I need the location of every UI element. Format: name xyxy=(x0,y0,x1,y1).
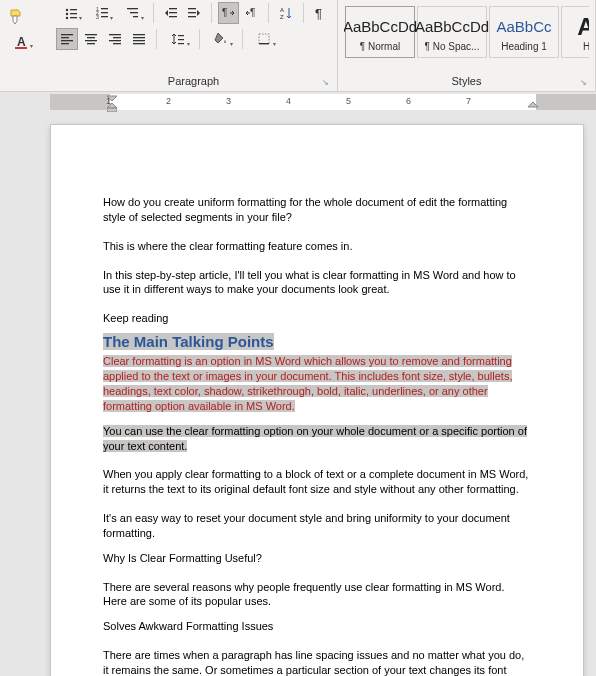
align-right-button[interactable] xyxy=(104,28,126,50)
style-name: Headi xyxy=(583,41,589,52)
numbering-button[interactable]: 123 xyxy=(87,2,116,24)
svg-rect-16 xyxy=(133,16,138,17)
svg-rect-28 xyxy=(61,34,73,35)
justify-button[interactable] xyxy=(128,28,150,50)
svg-rect-42 xyxy=(133,40,145,41)
svg-text:¶: ¶ xyxy=(222,7,227,18)
svg-point-4 xyxy=(65,13,67,15)
svg-rect-22 xyxy=(188,16,196,17)
svg-text:¶: ¶ xyxy=(250,7,255,18)
separator xyxy=(199,29,200,49)
svg-rect-41 xyxy=(133,37,145,38)
style-heading-1[interactable]: AaBbCc Heading 1 xyxy=(489,6,559,58)
separator xyxy=(242,29,243,49)
document-page[interactable]: How do you create uniform formatting for… xyxy=(50,124,584,676)
align-center-button[interactable] xyxy=(80,28,102,50)
paragraph[interactable]: How do you create uniform formatting for… xyxy=(103,195,531,225)
separator xyxy=(153,3,154,23)
svg-rect-37 xyxy=(113,37,121,38)
paragraph[interactable]: In this step-by-step article, I'll tell … xyxy=(103,268,531,298)
sort-button[interactable]: AZ xyxy=(275,2,296,24)
paragraph[interactable]: When you apply clear formatting to a blo… xyxy=(103,467,531,497)
paragraph-group-label[interactable]: Paragraph xyxy=(56,73,331,91)
paragraph[interactable]: Keep reading xyxy=(103,311,531,326)
indent-marker-icon[interactable] xyxy=(107,92,117,112)
horizontal-ruler[interactable]: 1 2 3 4 5 6 7 xyxy=(0,92,596,114)
style-preview: AaBbCcDd xyxy=(344,13,417,41)
align-left-button[interactable] xyxy=(56,28,78,50)
selected-text[interactable]: Clear formatting is an option in MS Word… xyxy=(103,355,512,412)
svg-rect-13 xyxy=(101,16,108,17)
svg-rect-11 xyxy=(101,12,108,13)
selected-text[interactable]: You can use the clear formatting option … xyxy=(103,425,527,452)
svg-rect-34 xyxy=(85,40,97,41)
borders-button[interactable] xyxy=(249,28,279,50)
style-name: ¶ No Spac... xyxy=(425,41,480,52)
svg-rect-29 xyxy=(61,37,69,38)
svg-rect-32 xyxy=(85,34,97,35)
ltr-direction-button[interactable]: ¶ xyxy=(218,2,239,24)
right-indent-marker-icon[interactable] xyxy=(528,102,538,112)
ruler-tick: 5 xyxy=(346,96,351,106)
style-preview: AaI xyxy=(577,13,589,41)
font-color-button[interactable]: A xyxy=(6,32,36,52)
svg-rect-30 xyxy=(61,40,73,41)
decrease-indent-button[interactable] xyxy=(160,2,181,24)
paragraph: You can use the clear formatting option … xyxy=(103,424,531,454)
svg-rect-49 xyxy=(107,108,117,112)
svg-rect-18 xyxy=(169,12,177,13)
ribbon-font-edge: A xyxy=(0,0,50,91)
paragraph[interactable]: It's an easy way to reset your document … xyxy=(103,511,531,541)
selected-text[interactable]: The Main Talking Points xyxy=(103,333,274,350)
paragraph-group: 123 ¶ ¶ xyxy=(50,0,338,91)
bullets-button[interactable] xyxy=(56,2,85,24)
paragraph[interactable]: This is where the clear formatting featu… xyxy=(103,239,531,254)
svg-rect-3 xyxy=(70,9,77,10)
svg-text:A: A xyxy=(280,7,284,13)
separator xyxy=(268,3,269,23)
paragraph: Clear formatting is an option in MS Word… xyxy=(103,354,531,413)
svg-text:¶: ¶ xyxy=(315,6,322,20)
svg-rect-38 xyxy=(109,40,121,41)
show-paragraph-marks-button[interactable]: ¶ xyxy=(310,2,331,24)
ruler-tick: 4 xyxy=(286,96,291,106)
svg-point-2 xyxy=(65,9,67,11)
ruler-tick: 7 xyxy=(466,96,471,106)
svg-rect-21 xyxy=(188,12,196,13)
sub-heading[interactable]: Solves Awkward Formatting Issues xyxy=(103,619,531,634)
style-no-spacing[interactable]: AaBbCcDd ¶ No Spac... xyxy=(417,6,487,58)
svg-rect-46 xyxy=(178,43,184,44)
ruler-tick: 3 xyxy=(226,96,231,106)
paragraph[interactable]: There are times when a paragraph has lin… xyxy=(103,648,531,676)
ruler-tick: 6 xyxy=(406,96,411,106)
sub-heading[interactable]: Why Is Clear Formatting Useful? xyxy=(103,551,531,566)
svg-rect-35 xyxy=(87,43,95,44)
multilevel-list-button[interactable] xyxy=(118,2,147,24)
svg-rect-14 xyxy=(127,8,138,9)
svg-rect-17 xyxy=(169,8,177,9)
svg-rect-39 xyxy=(113,43,121,44)
style-name: ¶ Normal xyxy=(360,41,400,52)
svg-rect-33 xyxy=(87,37,95,38)
svg-rect-15 xyxy=(130,12,138,13)
svg-rect-43 xyxy=(133,43,145,44)
style-heading-2[interactable]: AaI Headi xyxy=(561,6,589,58)
increase-indent-button[interactable] xyxy=(183,2,204,24)
svg-rect-47 xyxy=(259,34,269,44)
styles-group-label[interactable]: Styles xyxy=(344,73,589,91)
shading-button[interactable] xyxy=(206,28,236,50)
paragraph[interactable]: There are several reasons why people fre… xyxy=(103,580,531,610)
heading: The Main Talking Points xyxy=(103,332,531,352)
styles-gallery[interactable]: AaBbCcDd ¶ Normal AaBbCcDd ¶ No Spac... … xyxy=(344,2,589,60)
ruler-tick: 2 xyxy=(166,96,171,106)
style-preview: AaBbCc xyxy=(496,13,551,41)
svg-rect-9 xyxy=(101,8,108,9)
rtl-direction-button[interactable]: ¶ xyxy=(241,2,262,24)
svg-rect-20 xyxy=(188,8,196,9)
line-spacing-button[interactable] xyxy=(163,28,193,50)
separator xyxy=(303,3,304,23)
ribbon: A 123 xyxy=(0,0,596,92)
format-painter-button[interactable] xyxy=(6,6,26,26)
style-normal[interactable]: AaBbCcDd ¶ Normal xyxy=(345,6,415,58)
svg-rect-45 xyxy=(178,39,184,40)
